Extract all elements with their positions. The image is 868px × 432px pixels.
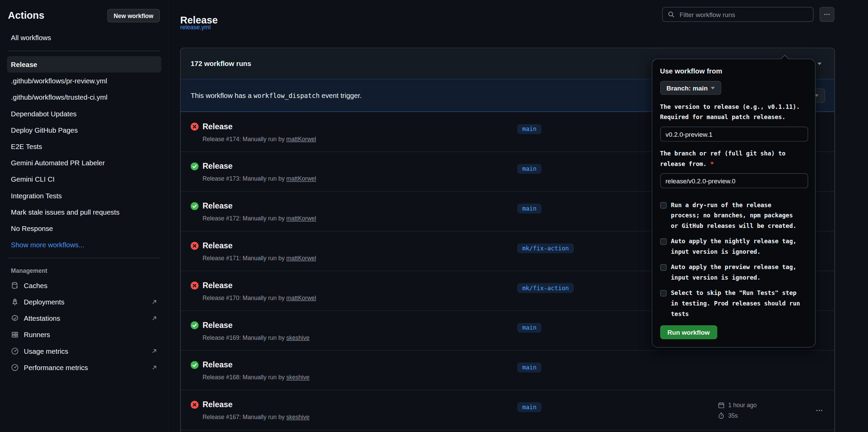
- sidebar-workflow-item[interactable]: Gemini Automated PR Labeler: [7, 154, 161, 171]
- actor-link[interactable]: skeshive: [286, 414, 309, 420]
- run-title-link[interactable]: Release: [203, 359, 310, 371]
- run-title-link[interactable]: Release: [203, 319, 310, 331]
- ref-input[interactable]: [660, 173, 808, 188]
- workflow-item-label: Gemini Automated PR Labeler: [11, 159, 105, 166]
- external-link-icon: [151, 348, 157, 354]
- failed-icon: [191, 242, 199, 250]
- branch-badge[interactable]: mk/fix-action: [517, 243, 574, 253]
- sidebar-item-usage-metrics[interactable]: Usage metrics: [7, 343, 161, 359]
- cache-icon: [11, 281, 19, 289]
- sidebar-workflow-item[interactable]: Release: [7, 56, 161, 72]
- sidebar-divider: [8, 258, 160, 258]
- workflow-item-label: Show more workflows...: [11, 240, 84, 248]
- external-link-icon: [151, 299, 157, 305]
- sidebar-title: Actions: [8, 10, 44, 21]
- run-status-icon: [191, 282, 199, 289]
- sidebar-workflow-item[interactable]: Deploy GitHub Pages: [7, 122, 161, 138]
- run-row-kebab-button[interactable]: [813, 405, 825, 415]
- run-title-link[interactable]: Release: [203, 121, 316, 133]
- workflow-item-label: No Response: [11, 224, 53, 232]
- filter-runs-search[interactable]: [662, 7, 814, 22]
- sidebar-workflow-item[interactable]: .github/workflows/pr-review.yml: [7, 72, 161, 89]
- dialog-checkbox-row: Run a dry-run of the release process; no…: [660, 200, 807, 232]
- checkbox-label: Run a dry-run of the release process; no…: [671, 200, 803, 232]
- runs-count: 172 workflow runs: [191, 60, 251, 67]
- workflow-item-label: .github/workflows/trusted-ci.yml: [11, 93, 107, 101]
- run-title-link[interactable]: Release: [203, 161, 316, 172]
- run-description: Release #171: Manually run by mattKorwel: [203, 254, 316, 263]
- sidebar-item-label: Usage metrics: [24, 347, 68, 355]
- run-title-link[interactable]: Release: [203, 280, 316, 292]
- sidebar-item-attestations[interactable]: Attestations: [7, 310, 161, 326]
- calendar-icon: [718, 401, 725, 408]
- sidebar-workflow-item[interactable]: .github/workflows/trusted-ci.yml: [7, 89, 161, 105]
- banner-text: This workflow has a workflow_dispatch ev…: [191, 92, 362, 99]
- branch-badge[interactable]: main: [517, 323, 541, 333]
- dialog-checkbox-row: Auto apply the nightly release tag, inpu…: [660, 237, 807, 257]
- branch-selector-button[interactable]: Branch: main: [660, 81, 721, 95]
- workflow-file-link[interactable]: release.yml: [180, 24, 211, 31]
- run-description: Release #167: Manually run by skeshive: [203, 413, 310, 421]
- sidebar-divider: [8, 51, 160, 51]
- actor-link[interactable]: mattKorwel: [286, 295, 316, 301]
- checkbox-label: Auto apply the nightly release tag, inpu…: [671, 237, 803, 257]
- run-title-link[interactable]: Release: [203, 240, 316, 252]
- run-title-link[interactable]: Release: [203, 399, 310, 411]
- checkbox[interactable]: [660, 264, 666, 271]
- actor-link[interactable]: mattKorwel: [286, 255, 316, 262]
- branch-badge[interactable]: main: [517, 204, 541, 214]
- run-description: Release #169: Manually run by skeshive: [203, 333, 310, 342]
- branch-badge[interactable]: mk/fix-action: [517, 283, 574, 293]
- failed-icon: [191, 282, 199, 289]
- sidebar-workflow-item[interactable]: E2E Tests: [7, 138, 161, 154]
- sidebar-workflow-item[interactable]: No Response: [7, 220, 161, 236]
- new-workflow-button[interactable]: New workflow: [107, 9, 160, 22]
- actor-link[interactable]: mattKorwel: [286, 215, 316, 222]
- branch-badge[interactable]: main: [517, 363, 541, 372]
- checkbox[interactable]: [660, 202, 666, 209]
- run-description: Release #173: Manually run by mattKorwel: [203, 174, 316, 183]
- checkbox[interactable]: [660, 290, 666, 297]
- sidebar-workflow-item[interactable]: Show more workflows...: [7, 236, 161, 253]
- run-workflow-dialog: Use workflow from Branch: main The versi…: [651, 59, 815, 348]
- actor-link[interactable]: mattKorwel: [286, 175, 316, 182]
- sidebar-item-runners[interactable]: Runners: [7, 326, 161, 343]
- success-icon: [191, 162, 199, 170]
- success-icon: [191, 361, 199, 369]
- checkbox-label: Auto apply the preview release tag, inpu…: [671, 262, 803, 283]
- workflow-options-kebab-button[interactable]: [819, 7, 834, 22]
- sidebar-item-deployments[interactable]: Deployments: [7, 294, 161, 310]
- sidebar-workflow-item[interactable]: All workflows: [7, 29, 161, 46]
- run-status-icon: [191, 401, 199, 409]
- sidebar-item-caches[interactable]: Caches: [7, 277, 161, 294]
- run-title-link[interactable]: Release: [203, 200, 316, 212]
- meter-icon: [11, 363, 19, 371]
- workflow-dispatch-code: workflow_dispatch: [254, 92, 320, 99]
- management-section-label: Management: [7, 263, 161, 277]
- sidebar-item-label: Caches: [24, 281, 47, 289]
- workflow-item-label: All workflows: [11, 34, 51, 41]
- workflow-run-row[interactable]: Release Release #168: Manually run by sk…: [181, 350, 834, 390]
- sidebar-workflow-item[interactable]: Mark stale issues and pull requests: [7, 204, 161, 220]
- branch-badge[interactable]: main: [517, 402, 541, 412]
- sidebar-workflow-item[interactable]: Integration Tests: [7, 187, 161, 203]
- version-input[interactable]: [660, 127, 808, 142]
- actor-link[interactable]: skeshive: [286, 374, 309, 381]
- run-status-icon: [191, 202, 199, 210]
- checkbox[interactable]: [660, 238, 666, 245]
- branch-badge[interactable]: main: [517, 124, 541, 134]
- sidebar-workflow-item[interactable]: Dependabot Updates: [7, 105, 161, 122]
- success-icon: [191, 202, 199, 210]
- sidebar-item-label: Attestations: [24, 314, 60, 322]
- search-input[interactable]: [679, 10, 808, 19]
- rocket-icon: [11, 298, 19, 305]
- sidebar-item-performance-metrics[interactable]: Performance metrics: [7, 359, 161, 376]
- branch-badge[interactable]: main: [517, 164, 541, 174]
- actor-link[interactable]: mattKorwel: [286, 136, 316, 143]
- version-help-text: The version to release (e.g., v0.1.11). …: [660, 102, 808, 123]
- run-workflow-submit-button[interactable]: Run workflow: [660, 326, 717, 339]
- sidebar-workflow-item[interactable]: Gemini CLI CI: [7, 171, 161, 187]
- actor-link[interactable]: skeshive: [286, 334, 309, 341]
- workflow-run-row[interactable]: Release Release #167: Manually run by sk…: [181, 390, 834, 430]
- run-meta: 1 hour ago 35s: [718, 400, 756, 420]
